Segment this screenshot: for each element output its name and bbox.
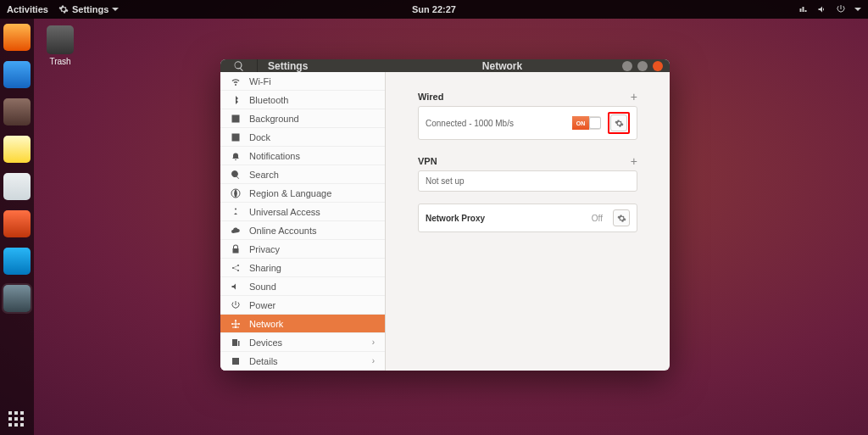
desktop-trash[interactable]: Trash [47,25,74,66]
app-menu[interactable]: Settings [58,4,119,14]
power-icon [231,300,241,310]
sidebar-item-label: Network [249,319,283,329]
chevron-down-icon [854,8,861,11]
sidebar-item-devices[interactable]: Devices› [220,333,385,352]
power-icon [836,4,846,14]
sidebar-item-search[interactable]: Search [220,165,385,184]
switch-on-label: ON [572,116,589,130]
sidebar-item-label: Universal Access [249,207,320,217]
sidebar-item-power[interactable]: Power [220,296,385,315]
dock-item-libreoffice[interactable] [3,173,31,200]
cloud-icon [231,226,241,236]
dock-item-thunderbird[interactable] [3,61,31,88]
sidebar-item-sound[interactable]: Sound [220,277,385,296]
sidebar-item-label: Details [249,356,278,366]
sidebar-item-online-accounts[interactable]: Online Accounts [220,221,385,240]
chevron-down-icon [112,8,119,11]
search-button[interactable] [220,59,258,72]
sidebar-item-label: Online Accounts [249,226,317,236]
top-bar: Activities Settings Sun 22:27 [0,0,868,19]
volume-icon [817,4,827,14]
sidebar-item-sharing[interactable]: Sharing [220,259,385,277]
wifi-icon [231,76,241,86]
sidebar-item-region-language[interactable]: Region & Language [220,184,385,203]
svg-point-4 [237,270,239,271]
sidebar-item-wi-fi[interactable]: Wi-Fi [220,72,385,91]
sidebar-item-dock[interactable]: Dock [220,128,385,147]
sidebar-item-universal-access[interactable]: Universal Access [220,203,385,221]
dock-item-files[interactable] [3,98,31,125]
maximize-button[interactable] [637,61,648,71]
dock-item-settings[interactable] [3,285,31,312]
window-titlebar[interactable]: Settings Network [220,59,670,72]
svg-point-7 [238,323,240,325]
trash-icon [47,25,74,54]
highlight-box [608,112,630,134]
vpn-title: VPN [418,156,437,166]
sidebar-item-bluetooth[interactable]: Bluetooth [220,91,385,109]
svg-point-3 [237,265,239,266]
system-status-area[interactable] [798,4,861,14]
trash-label: Trash [47,57,74,66]
add-vpn-button[interactable]: + [631,154,637,168]
gear-icon [615,119,624,128]
share-icon [231,263,241,273]
wired-status: Connected - 1000 Mb/s [426,119,565,128]
activities-button[interactable]: Activities [7,4,48,14]
devices-icon [231,337,241,348]
sidebar-item-notifications[interactable]: Notifications [220,147,385,165]
svg-point-1 [235,208,236,209]
chevron-right-icon: › [372,356,375,365]
svg-point-2 [232,267,234,269]
sidebar-item-label: Sharing [249,263,281,273]
vpn-row: Not set up [418,170,637,192]
sidebar-item-label: Search [249,170,279,180]
clock[interactable]: Sun 22:27 [412,4,456,14]
wired-settings-button[interactable] [610,114,627,131]
svg-point-5 [235,320,236,321]
show-applications-button[interactable] [8,411,24,427]
dock-item-firefox[interactable] [3,24,31,51]
svg-point-8 [235,326,236,328]
dock-item-rhythmbox[interactable] [3,136,31,163]
proxy-settings-button[interactable] [613,209,630,226]
page-title: Network [386,59,619,72]
sidebar-item-label: Sound [249,282,276,292]
search-icon [233,60,245,72]
section-proxy: Network Proxy Off [418,204,637,232]
section-vpn: VPN + Not set up [418,152,637,192]
details-icon [231,356,241,366]
dock-icon [231,132,241,142]
switch-thumb [589,117,601,129]
sidebar-item-label: Region & Language [249,188,331,198]
sidebar-item-details[interactable]: Details› [220,352,385,371]
wired-connection-row: Connected - 1000 Mb/s ON [418,106,637,140]
gear-icon [58,4,69,14]
sidebar-item-label: Background [249,114,299,124]
background-icon [231,114,241,124]
lock-icon [231,244,241,254]
sidebar-item-label: Bluetooth [249,95,288,105]
dock-item-software[interactable] [3,210,31,237]
wired-switch[interactable]: ON [572,116,601,130]
close-button[interactable] [653,61,663,71]
sidebar-item-background[interactable]: Background [220,109,385,128]
bell-icon [231,151,241,161]
gear-icon [617,214,626,223]
sidebar-item-label: Wi-Fi [249,76,271,86]
app-title: Settings [258,59,385,72]
sidebar-item-privacy[interactable]: Privacy [220,240,385,259]
wired-title: Wired [418,92,443,102]
dock-item-help[interactable] [3,248,31,275]
sidebar-item-label: Notifications [249,151,300,161]
vpn-status: Not set up [426,176,465,186]
settings-sidebar: Wi-FiBluetoothBackgroundDockNotification… [220,72,386,371]
minimize-button[interactable] [622,61,632,71]
sidebar-item-label: Power [249,300,275,310]
access-icon [231,207,241,217]
globe-icon [231,188,241,198]
add-wired-button[interactable]: + [631,90,637,103]
svg-point-6 [231,323,233,325]
settings-window: Settings Network Wi-FiBluetoothBackgroun… [220,59,670,371]
sidebar-item-network[interactable]: Network [220,315,385,333]
